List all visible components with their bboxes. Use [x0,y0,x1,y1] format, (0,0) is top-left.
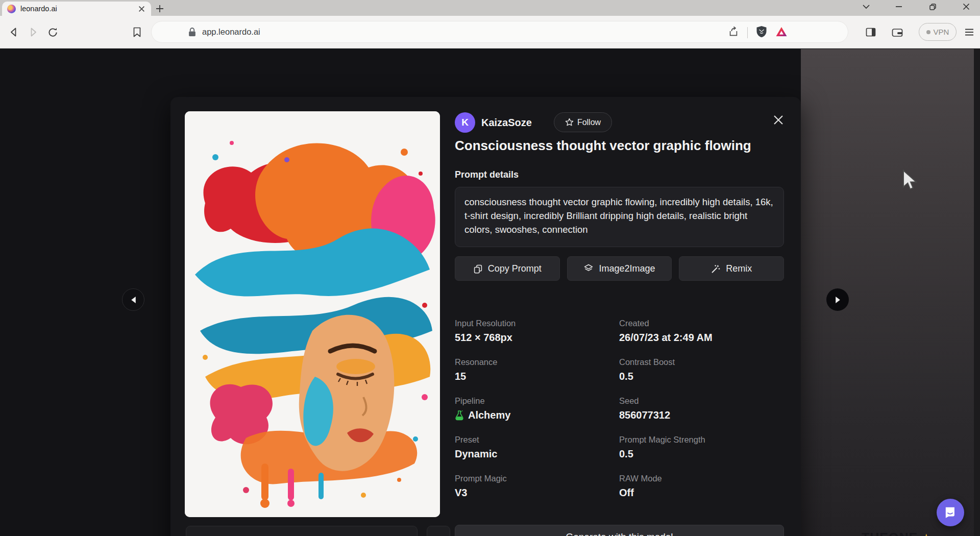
thumbnail-strip[interactable] [186,526,418,536]
thumbnail-strip-button[interactable] [427,526,450,536]
url-text: app.leonardo.ai [202,27,260,37]
brave-shield-icon[interactable] [756,26,767,40]
detail-seed: Seed 856077312 [619,396,784,421]
copy-prompt-label: Copy Prompt [488,263,542,274]
browser-toolbar: app.leonardo.ai [0,16,980,48]
forward-icon[interactable] [26,25,41,40]
site-favicon [7,5,16,13]
image-title: Consciousness thought vector graphic flo… [455,138,787,154]
brave-rewards-icon[interactable] [775,26,788,39]
detail-contrast-boost: Contrast Boost 0.5 [619,357,784,382]
next-image-button[interactable] [826,288,849,311]
reload-icon[interactable] [45,25,60,40]
follow-label: Follow [577,118,601,127]
generation-details: Input Resolution 512 × 768px Created 26/… [455,319,784,499]
chat-bubble-icon [944,506,957,519]
menu-icon[interactable] [962,25,977,40]
prompt-box: consciousness thought vector graphic flo… [455,187,784,247]
avatar[interactable]: K [455,112,475,133]
back-icon[interactable] [6,25,21,40]
follow-button[interactable]: Follow [554,112,612,132]
image2image-label: Image2Image [599,263,655,274]
avatar-initial: K [461,117,469,128]
watermark: THEONE ✦ [862,530,931,536]
toolbar-divider [747,27,748,38]
image-detail-modal: K KaizaSoze Follow Consciousness thought… [170,97,801,536]
detail-resonance: Resonance 15 [455,357,619,382]
tab-search-icon[interactable] [859,0,874,13]
detail-prompt-magic: Prompt Magic V3 [455,474,619,499]
detail-pipeline: Pipeline Alchemy [455,396,619,421]
action-buttons: Copy Prompt Image2Image Remix [455,256,784,281]
window-minimize-icon[interactable] [891,0,906,13]
sidebar-icon[interactable] [863,25,878,40]
detail-raw-mode: RAW Mode Off [619,474,784,499]
browser-tab-bar: leonardo.ai [0,0,980,16]
star-icon [565,118,574,127]
remix-button[interactable]: Remix [679,256,784,281]
copy-icon [473,264,483,274]
browser-tab[interactable]: leonardo.ai [2,2,151,16]
window-close-icon[interactable] [959,0,974,13]
new-tab-icon[interactable] [153,3,166,15]
prompt-text: consciousness thought vector graphic flo… [464,195,774,236]
prompt-details-heading: Prompt details [455,169,519,180]
backdrop-edge [974,49,980,536]
image2image-button[interactable]: Image2Image [567,256,672,281]
vpn-button[interactable]: VPN [919,23,957,41]
tab-title: leonardo.ai [20,5,137,13]
support-chat-button[interactable] [937,499,964,526]
vpn-label: VPN [934,28,949,36]
window-restore-icon[interactable] [925,0,940,13]
screen: leonardo.ai [0,0,980,536]
generate-with-model-button[interactable]: Generate with this model [455,525,784,536]
author-name[interactable]: KaizaSoze [481,117,532,129]
wallet-icon[interactable] [890,25,905,40]
backdrop-blur-panel [801,49,974,536]
flask-icon [455,410,464,421]
remix-label: Remix [726,263,752,274]
lock-icon[interactable] [188,28,196,37]
previous-image-button[interactable] [122,288,144,311]
close-icon[interactable] [771,112,786,128]
share-icon[interactable] [728,26,739,39]
vpn-status-dot [926,30,930,34]
generated-image[interactable] [185,111,440,517]
bookmark-icon[interactable] [129,25,144,40]
chevron-right-icon [835,296,841,304]
address-bar[interactable]: app.leonardo.ai [151,21,848,43]
artwork-image [185,111,440,517]
mouse-cursor [902,169,919,194]
copy-prompt-button[interactable]: Copy Prompt [455,256,560,281]
detail-input-resolution: Input Resolution 512 × 768px [455,319,619,344]
wand-icon [711,264,721,274]
detail-preset: Preset Dynamic [455,435,619,460]
sparkle-icon: ✦ [922,532,931,536]
chevron-left-icon [130,296,137,304]
detail-created: Created 26/07/23 at 2:49 AM [619,319,784,344]
detail-prompt-magic-strength: Prompt Magic Strength 0.5 [619,435,784,460]
layers-icon [583,263,594,274]
tab-close-icon[interactable] [137,4,146,13]
pipeline-value: Alchemy [468,409,510,421]
